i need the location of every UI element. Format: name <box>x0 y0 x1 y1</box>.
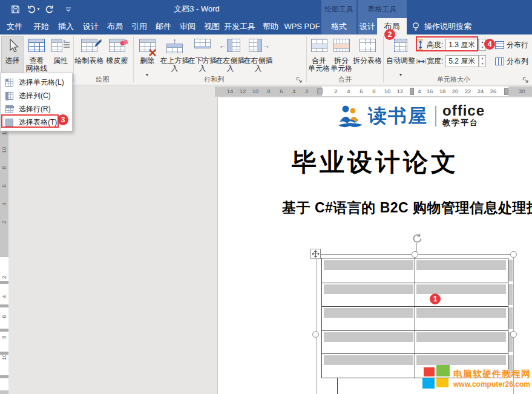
properties-label: 属性 <box>47 57 74 65</box>
redo-button[interactable] <box>41 1 57 17</box>
annotation-badge-3: 3 <box>57 114 68 125</box>
resize-handle-top[interactable] <box>412 251 418 258</box>
table-row-marker[interactable] <box>0 352 8 355</box>
split-table-label: 拆分表格 <box>350 57 385 65</box>
distribute-columns-button[interactable]: 分布列 <box>495 54 528 68</box>
resize-handle-top-right[interactable] <box>510 251 517 258</box>
row-end-mark <box>508 307 513 329</box>
cell-selection-highlight <box>324 355 413 365</box>
distribute-columns-label: 分布列 <box>507 56 528 67</box>
tab-review[interactable]: 审阅 <box>176 18 200 34</box>
draw-table-button[interactable]: 绘制表格 <box>75 36 103 80</box>
quick-access-toolbar: ▾ <box>0 0 76 18</box>
cell-selection-highlight <box>416 308 506 318</box>
view-gridlines-label-2: 网格线 <box>26 64 48 73</box>
autofit-label: 自动调整 <box>383 57 419 65</box>
rows-cols-dialog-launcher[interactable] <box>296 75 303 82</box>
table-row-marker[interactable] <box>0 281 8 284</box>
distribute-rows-button[interactable]: 分布行 <box>495 38 528 51</box>
split-cells-icon <box>331 39 352 56</box>
tell-me-search[interactable]: 操作说明搜索 <box>412 18 471 34</box>
width-input[interactable]: 5.2 厘米 <box>445 55 479 67</box>
split-table-button[interactable]: 拆分表格 <box>353 36 382 80</box>
document-page[interactable]: 读书屋 office 教学平台 毕业设计论文 基于 C#语言的 B2C 购物管理… <box>217 97 532 394</box>
draw-table-icon <box>76 39 103 56</box>
tab-design[interactable]: 设计 <box>79 18 103 34</box>
tab-layout[interactable]: 布局 <box>103 18 127 34</box>
logo-office: office <box>442 104 485 117</box>
view-gridlines-icon <box>25 39 48 56</box>
indent-marker[interactable] <box>317 88 323 94</box>
distribute-rows-icon <box>495 41 504 49</box>
insert-below-button[interactable]: ↓ 在下方插入 <box>189 36 216 80</box>
menu-item-select-row[interactable]: 选择行(R) <box>1 102 72 116</box>
document-title: 毕业设计论文 <box>254 146 496 179</box>
row-end-mark <box>508 284 513 305</box>
insert-above-icon: ↑ <box>162 39 188 56</box>
tell-me-label: 操作说明搜索 <box>424 21 471 32</box>
spinner-up-icon: ▲ <box>479 56 485 61</box>
table-move-handle[interactable] <box>310 249 321 259</box>
table-column-marker[interactable] <box>410 88 414 95</box>
split-cells-label-2: 单元格 <box>330 64 352 73</box>
ruler-number: 4 <box>1 292 8 301</box>
logo-subtitle: 教学平台 <box>442 117 485 128</box>
tab-insert[interactable]: 插入 <box>54 18 78 34</box>
table-row-marker[interactable] <box>0 329 8 332</box>
undo-button[interactable]: ▾ <box>25 1 41 17</box>
tab-table-design[interactable]: 设计 <box>358 18 377 34</box>
tab-developer[interactable]: 开发工具 <box>223 18 257 34</box>
table-row-marker[interactable] <box>0 375 8 378</box>
customize-qat-button[interactable] <box>61 1 76 17</box>
watermark-flag-icon <box>421 365 450 392</box>
distribute-rows-label: 分布行 <box>507 40 528 50</box>
autofit-icon <box>386 39 415 56</box>
save-button[interactable] <box>7 1 23 17</box>
tab-format[interactable]: 格式 <box>321 18 356 34</box>
resize-handle-left[interactable] <box>312 331 319 338</box>
delete-label: 删除 <box>133 57 162 65</box>
vertical-ruler: 12 10 8 6 4 2 2 4 6 8 10 <box>0 97 8 394</box>
resize-handle-right[interactable] <box>510 331 517 338</box>
reader-logo-icon <box>337 103 364 129</box>
insert-right-button[interactable]: → 在右侧插入 <box>245 36 272 80</box>
chevron-down-icon <box>65 6 71 12</box>
ruler-number: 2 <box>331 88 341 94</box>
split-cells-button[interactable]: 拆分单元格 <box>330 36 352 80</box>
tab-home[interactable]: 开始 <box>29 18 53 34</box>
delete-button[interactable]: 删除 ▾ <box>136 36 159 80</box>
tab-view[interactable]: 视图 <box>200 18 224 34</box>
rotate-handle[interactable] <box>412 233 422 246</box>
insert-below-icon: ↓ <box>189 39 215 56</box>
cell-selection-highlight <box>416 284 506 294</box>
ruler-number: 10 <box>383 88 392 94</box>
width-spinner[interactable]: ▲▼ <box>479 55 486 67</box>
menu-item-select-cell[interactable]: 选择单元格(L) <box>1 76 72 89</box>
tab-references[interactable]: 引用 <box>127 18 151 34</box>
table-column-marker[interactable] <box>504 88 508 95</box>
tab-mailings[interactable]: 邮件 <box>151 18 176 34</box>
insert-above-button[interactable]: ↑ 在上方插入 <box>161 36 188 80</box>
ribbon-tab-row: 文件 开始 插入 设计 布局 引用 邮件 审阅 视图 开发工具 帮助 WPS P… <box>0 18 532 34</box>
table-column-border[interactable] <box>415 258 415 378</box>
menu-item-select-column[interactable]: 选择列(C) <box>1 89 72 102</box>
tab-help[interactable]: 帮助 <box>258 18 283 34</box>
annotation-badge-2: 2 <box>384 29 395 40</box>
merge-cells-button[interactable]: 合并单元格 <box>308 36 330 80</box>
column-width-icon <box>416 57 426 65</box>
autofit-button[interactable]: 自动调整 ▾ <box>386 36 416 80</box>
ruler-number: 4 <box>344 88 353 94</box>
tab-file[interactable]: 文件 <box>2 18 27 34</box>
eraser-label: 橡皮擦 <box>101 57 133 65</box>
table-border-continuation <box>337 378 338 394</box>
eraser-button[interactable]: 橡皮擦 <box>104 36 130 80</box>
tab-wps-pdf[interactable]: WPS PDF <box>283 18 321 34</box>
cell-size-dialog-launcher[interactable] <box>522 75 530 82</box>
select-cell-icon <box>5 79 13 87</box>
table-row-marker[interactable] <box>0 304 8 307</box>
undo-dropdown-caret[interactable]: ▾ <box>38 7 40 11</box>
ruler-number: 6 <box>1 312 8 321</box>
insert-left-button[interactable]: ← 在左侧插入 <box>217 36 244 80</box>
spinner-down-icon: ▼ <box>479 61 485 67</box>
word-table[interactable] <box>321 258 508 378</box>
